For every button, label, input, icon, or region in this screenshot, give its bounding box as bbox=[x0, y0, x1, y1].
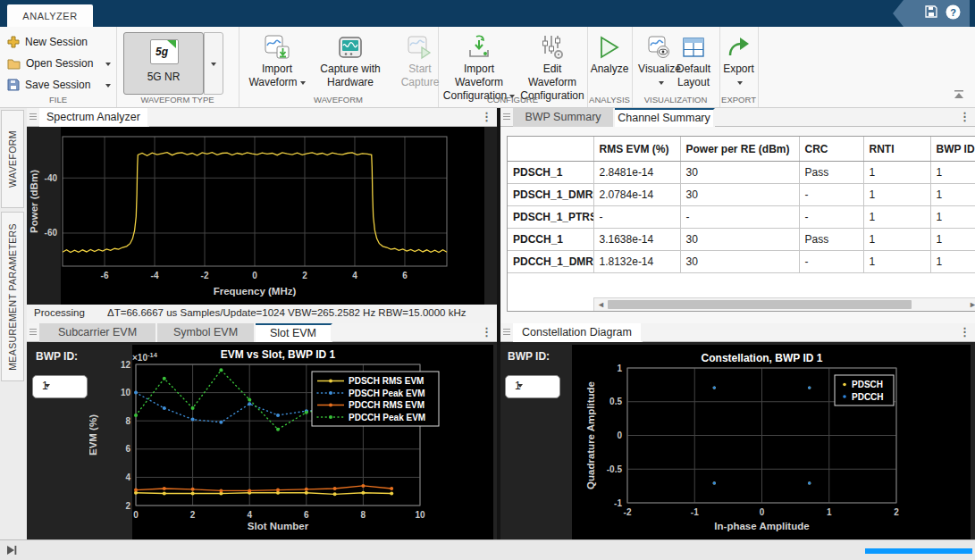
table-cell[interactable]: - bbox=[799, 251, 863, 273]
horizontal-scrollbar[interactable]: ◄ ► bbox=[593, 297, 975, 311]
row-label[interactable]: PDCCH_1_DMRS bbox=[508, 251, 593, 273]
default-layout-button[interactable]: Default Layout bbox=[669, 32, 718, 89]
tab-symbol-evm[interactable]: Symbol EVM bbox=[157, 323, 256, 342]
panel-menu-icon[interactable]: ⋮ bbox=[481, 325, 492, 339]
bwp-id-select[interactable]: 1 bbox=[32, 375, 88, 398]
table-cell[interactable]: 1 bbox=[863, 229, 930, 251]
table-cell[interactable]: 30 bbox=[680, 162, 799, 184]
table-row[interactable]: PDSCH_1_PTRS - - - 1 1 bbox=[508, 206, 975, 229]
chart-legend: PDSCH RMS EVMPDSCH Peak EVMPDCCH RMS EVM… bbox=[312, 372, 439, 426]
row-label[interactable]: PDSCH_1 bbox=[508, 162, 593, 184]
panel-drag-handle[interactable] bbox=[503, 329, 510, 337]
collapse-ribbon-button[interactable] bbox=[953, 88, 965, 104]
svg-text:0: 0 bbox=[252, 271, 257, 280]
panel-menu-icon[interactable]: ⋮ bbox=[481, 110, 492, 124]
table-cell[interactable]: 1 bbox=[930, 251, 975, 273]
tab-bwp-summary[interactable]: BWP Summary bbox=[513, 108, 615, 127]
table-row[interactable]: PDSCH_1_DMRS 2.0784e-14 30 - 1 1 bbox=[508, 184, 975, 206]
scroll-right-icon[interactable]: ► bbox=[967, 299, 975, 311]
table-cell[interactable]: 1 bbox=[930, 162, 975, 184]
import-waveform-configuration-button[interactable]: Import Waveform Configuration bbox=[440, 32, 518, 103]
svg-text:PDSCH: PDSCH bbox=[852, 380, 883, 389]
sidebar-item-waveform[interactable]: WAVEFORM bbox=[1, 110, 24, 208]
visualize-dropdown[interactable] bbox=[659, 81, 664, 88]
table-cell[interactable]: Pass bbox=[799, 162, 863, 184]
waveform-type-5gnr-button[interactable]: 5g 5G NR bbox=[123, 32, 204, 95]
svg-text:0: 0 bbox=[760, 507, 765, 517]
x-axis-label: Frequency (MHz) bbox=[214, 286, 297, 297]
tab-constellation-diagram[interactable]: Constellation Diagram bbox=[513, 323, 643, 342]
table-cell[interactable]: 1.8132e-14 bbox=[593, 251, 680, 273]
row-label[interactable]: PDCCH_1 bbox=[508, 229, 593, 251]
import-waveform-dropdown[interactable] bbox=[300, 81, 306, 88]
table-cell[interactable]: 30 bbox=[680, 229, 799, 251]
save-session-dropdown[interactable] bbox=[105, 84, 111, 90]
table-row[interactable]: PDSCH_1 2.8481e-14 30 Pass 1 1 bbox=[508, 162, 975, 184]
import-waveform-button[interactable]: Import Waveform bbox=[245, 32, 309, 89]
open-session-button[interactable]: Open Session bbox=[7, 54, 111, 72]
analyze-button[interactable]: Analyze bbox=[588, 32, 631, 76]
ribbon-group-analysis: Analyze ANALYSIS bbox=[587, 27, 633, 107]
tab-subcarrier-evm[interactable]: Subcarrier EVM bbox=[39, 323, 157, 342]
sidebar-item-measurement-parameters[interactable]: MEASUREMENT PARAMETERS bbox=[1, 212, 24, 381]
tab-channel-summary[interactable]: Channel Summary bbox=[615, 108, 715, 127]
table-cell[interactable]: 1 bbox=[863, 251, 930, 273]
titlebar: ANALYZER ? bbox=[0, 0, 975, 27]
table-cell[interactable]: - bbox=[799, 206, 863, 229]
tab-spectrum-analyzer[interactable]: Spectrum Analyzer bbox=[39, 108, 149, 127]
table-cell[interactable]: 1 bbox=[863, 184, 930, 206]
panel-menu-icon[interactable]: ⋮ bbox=[959, 325, 971, 339]
waveform-type-gallery-dropdown[interactable] bbox=[204, 32, 223, 95]
table-cell[interactable]: 1 bbox=[863, 206, 930, 229]
bwp-id-select[interactable]: 1 bbox=[505, 375, 560, 398]
scroll-left-icon[interactable]: ◄ bbox=[595, 299, 607, 311]
constellation-chart[interactable]: -2-1012-1-0.500.51Constellation, BWP ID … bbox=[572, 345, 971, 539]
capture-with-hardware-button[interactable]: Capture with Hardware bbox=[309, 32, 391, 89]
table-row[interactable]: PDCCH_1 3.1638e-14 30 Pass 1 1 bbox=[508, 229, 975, 251]
column-header: RMS EVM (%) bbox=[593, 137, 680, 162]
table-cell[interactable]: - bbox=[680, 206, 799, 229]
table-cell[interactable]: Pass bbox=[799, 229, 863, 251]
expand-panel-icon[interactable] bbox=[5, 544, 18, 560]
export-button[interactable]: Export bbox=[719, 32, 758, 86]
table-cell[interactable]: - bbox=[593, 206, 680, 229]
svg-text:PDCCH: PDCCH bbox=[852, 392, 884, 402]
tab-slot-evm[interactable]: Slot EVM bbox=[256, 323, 332, 342]
row-label[interactable]: PDSCH_1_DMRS bbox=[508, 184, 593, 206]
table-cell[interactable]: 1 bbox=[930, 206, 975, 229]
table-cell[interactable]: 2.8481e-14 bbox=[593, 162, 680, 184]
table-cell[interactable]: 30 bbox=[680, 184, 799, 206]
status-state: Processing bbox=[34, 307, 85, 318]
svg-text:?: ? bbox=[950, 6, 956, 17]
panel-drag-handle[interactable] bbox=[29, 113, 37, 121]
y-axis-label: Quadrature Amplitude bbox=[585, 381, 596, 489]
table-cell[interactable]: 30 bbox=[680, 251, 799, 273]
table-cell[interactable]: 3.1638e-14 bbox=[593, 229, 680, 251]
tab-analyzer[interactable]: ANALYZER bbox=[7, 4, 93, 27]
evm-vs-slot-chart[interactable]: 024681024681012EVM vs Slot, BWP ID 1×10-… bbox=[89, 345, 497, 539]
table-cell[interactable]: - bbox=[799, 184, 863, 206]
table-cell[interactable]: 1 bbox=[863, 162, 930, 184]
svg-text:10: 10 bbox=[121, 388, 131, 397]
import-configuration-icon bbox=[466, 32, 492, 63]
help-icon[interactable]: ? bbox=[946, 4, 961, 23]
row-label[interactable]: PDSCH_1_PTRS bbox=[508, 206, 593, 229]
table-cell[interactable]: 1 bbox=[930, 229, 975, 251]
export-dropdown[interactable] bbox=[737, 81, 743, 88]
column-header: RNTI bbox=[863, 137, 930, 162]
ribbon-group-configure: Import Waveform Configuration Edit Wavef… bbox=[438, 27, 588, 107]
panel-drag-handle[interactable] bbox=[29, 329, 37, 337]
edit-waveform-configuration-button[interactable]: Edit Waveform Configuration bbox=[519, 32, 585, 103]
spectrum-chart[interactable]: -6-4-20246-60-40Frequency (MHz)Power (dB… bbox=[27, 127, 497, 305]
save-icon[interactable] bbox=[924, 4, 938, 22]
waveform-type-label: 5G NR bbox=[124, 71, 203, 83]
table-cell[interactable]: 2.0784e-14 bbox=[593, 184, 680, 206]
new-session-button[interactable]: New Session bbox=[7, 33, 111, 51]
scrollbar-thumb[interactable] bbox=[608, 300, 912, 309]
open-session-dropdown[interactable] bbox=[105, 63, 111, 69]
table-row[interactable]: PDCCH_1_DMRS 1.8132e-14 30 - 1 1 bbox=[508, 251, 975, 273]
panel-menu-icon[interactable]: ⋮ bbox=[959, 110, 971, 124]
save-session-button[interactable]: Save Session bbox=[7, 76, 111, 94]
table-cell[interactable]: 1 bbox=[930, 184, 975, 206]
panel-drag-handle[interactable] bbox=[503, 113, 510, 121]
